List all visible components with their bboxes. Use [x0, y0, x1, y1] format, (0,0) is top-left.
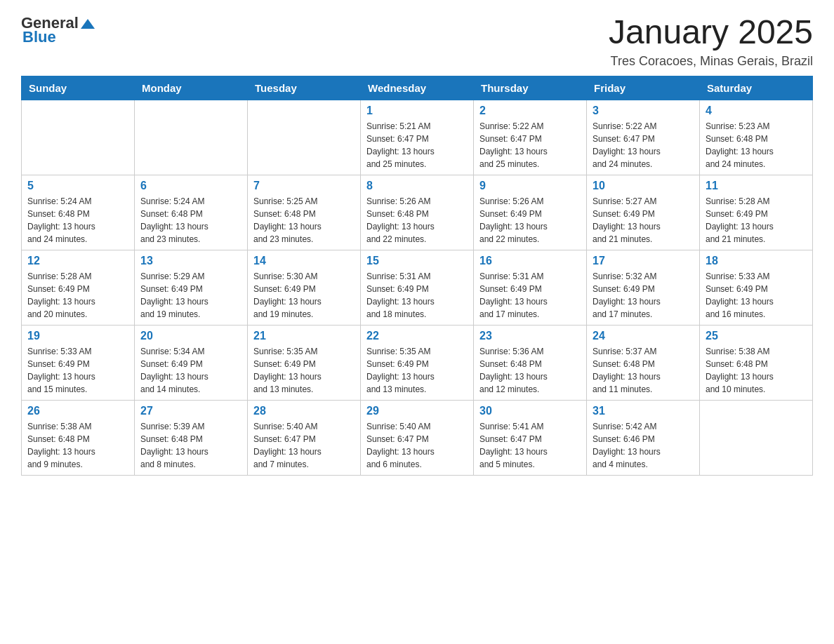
calendar-cell: 13Sunrise: 5:29 AMSunset: 6:49 PMDayligh…	[135, 250, 248, 325]
calendar-cell	[22, 100, 135, 175]
calendar-cell: 18Sunrise: 5:33 AMSunset: 6:49 PMDayligh…	[700, 250, 813, 325]
day-info: Sunrise: 5:38 AMSunset: 6:48 PMDaylight:…	[27, 420, 128, 471]
day-number: 19	[27, 330, 128, 342]
calendar-table: SundayMondayTuesdayWednesdayThursdayFrid…	[21, 76, 813, 476]
calendar-cell: 17Sunrise: 5:32 AMSunset: 6:49 PMDayligh…	[587, 250, 700, 325]
calendar-cell: 1Sunrise: 5:21 AMSunset: 6:47 PMDaylight…	[361, 100, 474, 175]
day-info: Sunrise: 5:23 AMSunset: 6:48 PMDaylight:…	[706, 120, 807, 170]
day-info: Sunrise: 5:41 AMSunset: 6:47 PMDaylight:…	[479, 420, 581, 471]
day-info: Sunrise: 5:33 AMSunset: 6:49 PMDaylight:…	[27, 345, 128, 396]
day-number: 27	[140, 405, 241, 417]
page-header: General Blue January 2025 Tres Coracoes,…	[21, 14, 813, 69]
header-day-friday: Friday	[587, 76, 700, 100]
calendar-cell: 11Sunrise: 5:28 AMSunset: 6:49 PMDayligh…	[700, 175, 813, 250]
day-info: Sunrise: 5:30 AMSunset: 6:49 PMDaylight:…	[253, 270, 355, 321]
calendar-cell: 22Sunrise: 5:35 AMSunset: 6:49 PMDayligh…	[361, 325, 474, 400]
header-day-saturday: Saturday	[700, 76, 813, 100]
day-number: 8	[366, 180, 468, 192]
header-row: SundayMondayTuesdayWednesdayThursdayFrid…	[22, 76, 813, 100]
day-info: Sunrise: 5:40 AMSunset: 6:47 PMDaylight:…	[366, 420, 468, 471]
calendar-cell: 16Sunrise: 5:31 AMSunset: 6:49 PMDayligh…	[474, 250, 587, 325]
calendar-week-3: 12Sunrise: 5:28 AMSunset: 6:49 PMDayligh…	[22, 250, 813, 325]
day-info: Sunrise: 5:26 AMSunset: 6:49 PMDaylight:…	[479, 195, 581, 246]
day-number: 3	[593, 105, 694, 117]
calendar-body: 1Sunrise: 5:21 AMSunset: 6:47 PMDaylight…	[22, 100, 813, 475]
calendar-cell: 27Sunrise: 5:39 AMSunset: 6:48 PMDayligh…	[135, 400, 248, 475]
calendar-cell: 3Sunrise: 5:22 AMSunset: 6:47 PMDaylight…	[587, 100, 700, 175]
calendar-cell: 31Sunrise: 5:42 AMSunset: 6:46 PMDayligh…	[587, 400, 700, 475]
calendar-header: SundayMondayTuesdayWednesdayThursdayFrid…	[22, 76, 813, 100]
day-number: 20	[140, 330, 241, 342]
calendar-cell: 25Sunrise: 5:38 AMSunset: 6:48 PMDayligh…	[700, 325, 813, 400]
calendar-cell: 8Sunrise: 5:26 AMSunset: 6:48 PMDaylight…	[361, 175, 474, 250]
calendar-cell	[135, 100, 248, 175]
title-section: January 2025 Tres Coracoes, Minas Gerais…	[609, 14, 813, 69]
day-number: 28	[253, 405, 355, 417]
calendar-week-5: 26Sunrise: 5:38 AMSunset: 6:48 PMDayligh…	[22, 400, 813, 475]
day-info: Sunrise: 5:31 AMSunset: 6:49 PMDaylight:…	[479, 270, 581, 321]
day-number: 21	[253, 330, 355, 342]
calendar-cell: 26Sunrise: 5:38 AMSunset: 6:48 PMDayligh…	[22, 400, 135, 475]
day-number: 16	[479, 255, 581, 267]
calendar-cell: 28Sunrise: 5:40 AMSunset: 6:47 PMDayligh…	[248, 400, 361, 475]
day-info: Sunrise: 5:35 AMSunset: 6:49 PMDaylight:…	[253, 345, 355, 396]
day-info: Sunrise: 5:25 AMSunset: 6:48 PMDaylight:…	[253, 195, 355, 246]
day-number: 31	[593, 405, 694, 417]
day-number: 9	[479, 180, 581, 192]
day-number: 15	[366, 255, 468, 267]
calendar-cell	[248, 100, 361, 175]
day-info: Sunrise: 5:36 AMSunset: 6:48 PMDaylight:…	[479, 345, 581, 396]
calendar-cell: 5Sunrise: 5:24 AMSunset: 6:48 PMDaylight…	[22, 175, 135, 250]
day-number: 6	[140, 180, 241, 192]
logo-triangle-icon	[80, 16, 95, 32]
day-number: 4	[706, 105, 807, 117]
day-info: Sunrise: 5:28 AMSunset: 6:49 PMDaylight:…	[706, 195, 807, 246]
day-info: Sunrise: 5:28 AMSunset: 6:49 PMDaylight:…	[27, 270, 128, 321]
day-info: Sunrise: 5:24 AMSunset: 6:48 PMDaylight:…	[140, 195, 241, 246]
subtitle: Tres Coracoes, Minas Gerais, Brazil	[609, 54, 813, 69]
day-number: 24	[593, 330, 694, 342]
day-number: 2	[479, 105, 581, 117]
calendar-cell: 23Sunrise: 5:36 AMSunset: 6:48 PMDayligh…	[474, 325, 587, 400]
day-number: 7	[253, 180, 355, 192]
day-info: Sunrise: 5:22 AMSunset: 6:47 PMDaylight:…	[593, 120, 694, 170]
calendar-cell: 29Sunrise: 5:40 AMSunset: 6:47 PMDayligh…	[361, 400, 474, 475]
day-info: Sunrise: 5:38 AMSunset: 6:48 PMDaylight:…	[706, 345, 807, 396]
header-day-thursday: Thursday	[474, 76, 587, 100]
calendar-cell: 19Sunrise: 5:33 AMSunset: 6:49 PMDayligh…	[22, 325, 135, 400]
day-info: Sunrise: 5:24 AMSunset: 6:48 PMDaylight:…	[27, 195, 128, 246]
calendar-cell: 9Sunrise: 5:26 AMSunset: 6:49 PMDaylight…	[474, 175, 587, 250]
logo: General Blue	[21, 14, 95, 46]
calendar-cell: 6Sunrise: 5:24 AMSunset: 6:48 PMDaylight…	[135, 175, 248, 250]
header-day-tuesday: Tuesday	[248, 76, 361, 100]
day-number: 22	[366, 330, 468, 342]
day-number: 18	[706, 255, 807, 267]
calendar-cell: 24Sunrise: 5:37 AMSunset: 6:48 PMDayligh…	[587, 325, 700, 400]
day-info: Sunrise: 5:26 AMSunset: 6:48 PMDaylight:…	[366, 195, 468, 246]
header-day-wednesday: Wednesday	[361, 76, 474, 100]
calendar-cell: 12Sunrise: 5:28 AMSunset: 6:49 PMDayligh…	[22, 250, 135, 325]
calendar-cell: 21Sunrise: 5:35 AMSunset: 6:49 PMDayligh…	[248, 325, 361, 400]
month-title: January 2025	[609, 14, 813, 51]
calendar-cell	[700, 400, 813, 475]
day-info: Sunrise: 5:32 AMSunset: 6:49 PMDaylight:…	[593, 270, 694, 321]
header-day-monday: Monday	[135, 76, 248, 100]
calendar-cell: 2Sunrise: 5:22 AMSunset: 6:47 PMDaylight…	[474, 100, 587, 175]
day-info: Sunrise: 5:33 AMSunset: 6:49 PMDaylight:…	[706, 270, 807, 321]
calendar-week-2: 5Sunrise: 5:24 AMSunset: 6:48 PMDaylight…	[22, 175, 813, 250]
day-info: Sunrise: 5:35 AMSunset: 6:49 PMDaylight:…	[366, 345, 468, 396]
day-number: 12	[27, 255, 128, 267]
calendar-week-4: 19Sunrise: 5:33 AMSunset: 6:49 PMDayligh…	[22, 325, 813, 400]
calendar-cell: 15Sunrise: 5:31 AMSunset: 6:49 PMDayligh…	[361, 250, 474, 325]
day-number: 1	[366, 105, 468, 117]
svg-marker-0	[81, 19, 95, 29]
calendar-cell: 7Sunrise: 5:25 AMSunset: 6:48 PMDaylight…	[248, 175, 361, 250]
day-info: Sunrise: 5:39 AMSunset: 6:48 PMDaylight:…	[140, 420, 241, 471]
day-info: Sunrise: 5:27 AMSunset: 6:49 PMDaylight:…	[593, 195, 694, 246]
day-info: Sunrise: 5:31 AMSunset: 6:49 PMDaylight:…	[366, 270, 468, 321]
day-info: Sunrise: 5:22 AMSunset: 6:47 PMDaylight:…	[479, 120, 581, 170]
day-number: 11	[706, 180, 807, 192]
day-number: 13	[140, 255, 241, 267]
day-info: Sunrise: 5:40 AMSunset: 6:47 PMDaylight:…	[253, 420, 355, 471]
calendar-week-1: 1Sunrise: 5:21 AMSunset: 6:47 PMDaylight…	[22, 100, 813, 175]
